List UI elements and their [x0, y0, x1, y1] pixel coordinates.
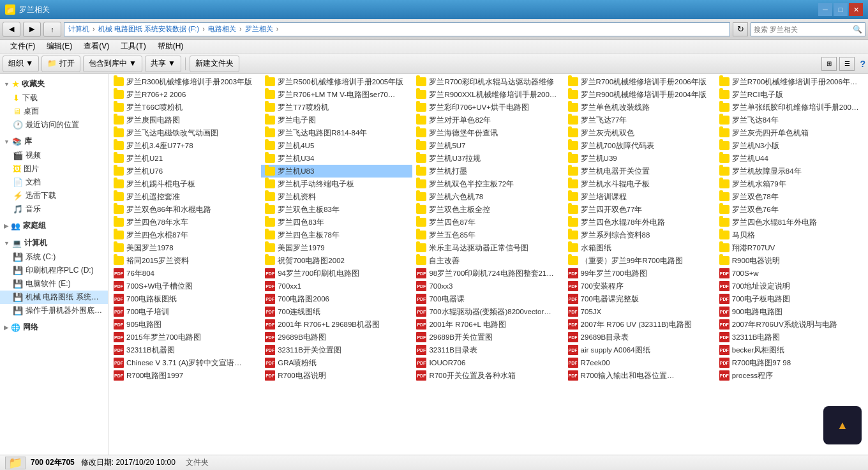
- file-item[interactable]: PDF700xx1: [261, 280, 412, 292]
- file-item[interactable]: PDFGRA喷粉纸: [261, 356, 412, 369]
- file-item[interactable]: 罗兰四色87年: [412, 216, 564, 229]
- file-item[interactable]: PDF29689B开关位置图: [412, 331, 564, 344]
- file-item[interactable]: 罗兰灰壳四开单色机箱: [715, 126, 867, 139]
- file-item[interactable]: PDF32311B开关位置图: [261, 344, 412, 356]
- sidebar-item-video[interactable]: 🎬 视频: [0, 149, 108, 162]
- file-item[interactable]: 罗兰彩印706+UV+烘干电路图: [412, 101, 564, 114]
- sidebar-item-xunlei[interactable]: ⚡ 迅雷下载: [0, 189, 108, 202]
- file-item[interactable]: （重要）罗兰99年R700电路图: [564, 254, 715, 267]
- file-item[interactable]: PDFair supply A0064图纸: [564, 344, 715, 356]
- menu-tools[interactable]: 工具(T): [116, 40, 151, 53]
- file-item[interactable]: 罗兰海德堡年份查讯: [412, 126, 564, 139]
- file-item[interactable]: PDFChinese V 3.71 (A)罗转中文宣语…: [110, 356, 261, 369]
- sidebar-network-header[interactable]: ▶ 🌐 网络: [0, 320, 108, 335]
- file-item[interactable]: 罗兰机4U5: [261, 139, 412, 152]
- file-item[interactable]: 罗兰双色86年和水棍电路: [110, 203, 261, 216]
- sidebar-item-d-drive[interactable]: 💾 印刷机程序PLC (D:): [0, 264, 108, 277]
- sidebar-item-pictures[interactable]: 🖼 图片: [0, 162, 108, 176]
- file-item[interactable]: PDF98罗兰700印刷机724电路图整套21…: [412, 267, 564, 280]
- file-item[interactable]: 罗兰R706+LM TM V-电路图ser70…: [261, 88, 412, 101]
- sidebar-item-e-drive[interactable]: 💾 电脑软件 (E:): [0, 277, 108, 291]
- file-item[interactable]: 罗兰机故障显示84年: [715, 165, 867, 178]
- file-item[interactable]: PDF700安装程序: [564, 280, 715, 292]
- file-item[interactable]: PDF99年罗兰700电路图: [564, 267, 715, 280]
- file-item[interactable]: 裕同2015罗兰资料: [110, 254, 261, 267]
- file-item[interactable]: 罗兰双色主板全控: [412, 203, 564, 216]
- file-item[interactable]: 罗兰R700机械维修培训手册2006年版: [564, 75, 715, 88]
- file-item[interactable]: 罗兰机U44: [715, 152, 867, 165]
- menu-view[interactable]: 查看(V): [79, 40, 114, 53]
- close-button[interactable]: ✕: [849, 3, 863, 16]
- file-item[interactable]: 罗兰机水斗辊电子板: [564, 178, 715, 190]
- sidebar-item-download[interactable]: ⬇ 下载: [0, 91, 108, 105]
- file-item[interactable]: 罗兰T77喷粉机: [261, 101, 412, 114]
- open-button[interactable]: 📁 打开: [41, 56, 80, 72]
- file-item[interactable]: 罗兰机U34: [261, 152, 412, 165]
- file-item[interactable]: 罗兰系列综合资料88: [564, 229, 715, 241]
- sidebar-item-recent[interactable]: 🕐 最近访问的位置: [0, 118, 108, 132]
- breadcrumb-drive[interactable]: 机械 电路图纸 系统安装数据 (F:): [98, 25, 199, 33]
- new-folder-button[interactable]: 新建文件夹: [190, 56, 239, 72]
- file-item[interactable]: PDF700xx3: [412, 280, 564, 292]
- file-item[interactable]: 罗兰机打墨: [412, 165, 564, 178]
- file-item[interactable]: 罗兰电子图: [261, 114, 412, 126]
- file-item[interactable]: 罗兰机U76: [110, 165, 261, 178]
- file-item[interactable]: PDF2001年 R706+L 29689B机器图: [261, 318, 412, 331]
- file-item[interactable]: R900电器说明: [715, 254, 867, 267]
- file-item[interactable]: PDF700S+w: [715, 267, 867, 280]
- address-input[interactable]: 计算机 › 机械 电路图纸 系统安装数据 (F:) › 电路相关 › 罗兰相关 …: [64, 22, 730, 36]
- file-item[interactable]: 罗兰R900XXL机械维修培训手册200…: [412, 88, 564, 101]
- sidebar-item-f-drive[interactable]: 💾 机械 电路图纸 系统…: [0, 291, 108, 304]
- file-item[interactable]: 罗兰四色83年: [261, 216, 412, 229]
- file-item[interactable]: 罗兰四色水棍87年: [110, 229, 261, 241]
- file-item[interactable]: 罗兰四色主板78年: [261, 229, 412, 241]
- file-item[interactable]: PDF700电器课完整版: [564, 292, 715, 305]
- file-item[interactable]: PDF905电路图: [110, 318, 261, 331]
- file-item[interactable]: PDF2007年 R706 UV (32311B)电路图: [564, 318, 715, 331]
- file-item[interactable]: 罗兰机遥控套准: [110, 190, 261, 203]
- search-box[interactable]: 🔍: [751, 22, 865, 36]
- view-list-button[interactable]: ☰: [839, 57, 855, 71]
- file-item[interactable]: PDF700S+W电子槽位图: [110, 280, 261, 292]
- file-item[interactable]: 罗兰机踢斗棍电子板: [110, 178, 261, 190]
- sidebar-item-music[interactable]: 🎵 音乐: [0, 202, 108, 216]
- file-item[interactable]: PDFIOUOR706: [412, 356, 564, 369]
- breadcrumb-computer[interactable]: 计算机: [68, 25, 89, 33]
- file-item[interactable]: 祝贺700电路图2002: [261, 254, 412, 267]
- back-button[interactable]: ◀: [3, 22, 20, 37]
- sidebar-item-desktop[interactable]: 🖥 桌面: [0, 105, 108, 118]
- file-item[interactable]: 罗兰R700彩印机水辊马达驱动器维修: [412, 75, 564, 88]
- file-item[interactable]: PDF700电子板电路图: [715, 292, 867, 305]
- file-item[interactable]: PDFR700电器说明: [261, 369, 412, 382]
- menu-help[interactable]: 帮助(H): [153, 40, 189, 53]
- file-item[interactable]: 罗兰机六色机78: [412, 190, 564, 203]
- file-item[interactable]: PDF700电路图2006: [261, 292, 412, 305]
- file-item[interactable]: PDFR700输入输出和电器位置…: [564, 369, 715, 382]
- file-item[interactable]: 罗兰机3.4座U77+78: [110, 139, 261, 152]
- file-item[interactable]: PDF705JX: [564, 305, 715, 318]
- file-item[interactable]: 罗兰五色85年: [412, 229, 564, 241]
- file-item[interactable]: PDFR700电路图97 98: [715, 356, 867, 369]
- file-item[interactable]: 罗兰灰壳机双色: [564, 126, 715, 139]
- sidebar-computer-header[interactable]: ▼ 💻 计算机: [0, 236, 108, 250]
- file-item[interactable]: 罗兰四色78年水车: [110, 216, 261, 229]
- file-item[interactable]: 美国罗兰1978: [110, 241, 261, 254]
- share-button[interactable]: 共享 ▼: [145, 56, 181, 72]
- sidebar-favorites-header[interactable]: ▼ ★ 收藏夹: [0, 77, 108, 91]
- file-item[interactable]: PDF700电路板图纸: [110, 292, 261, 305]
- file-item[interactable]: 水箱图纸: [564, 241, 715, 254]
- search-input[interactable]: [754, 26, 851, 33]
- minimize-button[interactable]: ─: [818, 3, 832, 16]
- file-item[interactable]: 罗兰机U39: [564, 152, 715, 165]
- breadcrumb-roland[interactable]: 罗兰相关: [245, 25, 273, 33]
- file-item[interactable]: PDF2001年 R706+L 电路图: [412, 318, 564, 331]
- file-item[interactable]: 罗兰双色主板83年: [261, 203, 412, 216]
- file-item[interactable]: PDF700连线图纸: [261, 305, 412, 318]
- file-item[interactable]: 罗兰单张纸胶印机维修培训手册200…: [715, 101, 867, 114]
- file-item[interactable]: 罗兰培训课程: [564, 190, 715, 203]
- file-item[interactable]: PDF29689B电路图: [261, 331, 412, 344]
- file-item[interactable]: 翔港R707UV: [715, 241, 867, 254]
- file-item[interactable]: 罗兰对开单色82年: [412, 114, 564, 126]
- file-item[interactable]: 罗兰R900机械维修培训手册2004年版: [564, 88, 715, 101]
- file-item[interactable]: 罗兰飞达84年: [715, 114, 867, 126]
